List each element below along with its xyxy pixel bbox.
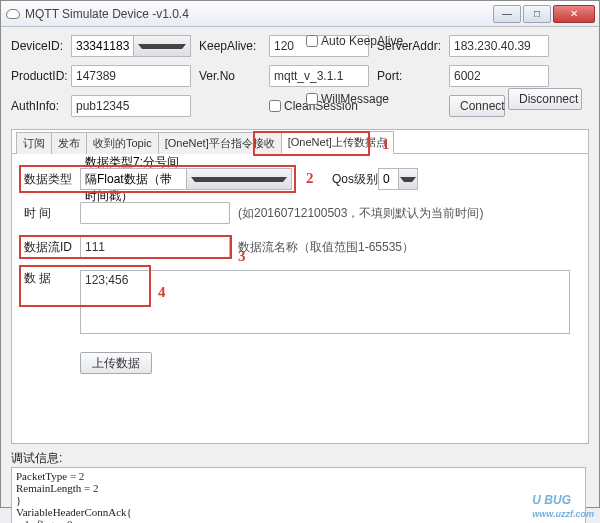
tabs-region: 订阅 发布 收到的Topic [OneNet]平台指令接收 [OneNet]上传… bbox=[11, 129, 589, 444]
willmessage-label: WillMessage bbox=[321, 92, 389, 106]
annotation-4: 4 bbox=[158, 284, 166, 301]
tab-subscribe[interactable]: 订阅 bbox=[16, 132, 52, 154]
autokeepalive-label: Auto KeepAlive bbox=[321, 34, 403, 48]
port-label: Port: bbox=[377, 69, 441, 83]
close-button[interactable]: ✕ bbox=[553, 5, 595, 23]
datatype-select[interactable]: 数据类型7:分号间隔Float数据（带时间戳） bbox=[80, 168, 292, 190]
streamid-hint: 数据流名称（取值范围1-65535） bbox=[238, 239, 414, 256]
time-hint: (如20160712100503，不填则默认为当前时间) bbox=[238, 205, 483, 222]
willmessage-checkbox[interactable]: WillMessage bbox=[306, 92, 389, 106]
upload-panel: 数据类型 数据类型7:分号间隔Float数据（带时间戳） Qos级别 0 时 间… bbox=[12, 154, 588, 400]
port-field[interactable] bbox=[449, 65, 549, 87]
annotation-3: 3 bbox=[238, 248, 246, 265]
datatype-label: 数据类型 bbox=[24, 171, 80, 188]
tab-onenet-recv[interactable]: [OneNet]平台指令接收 bbox=[158, 132, 282, 154]
chevron-down-icon[interactable] bbox=[133, 36, 190, 56]
deviceid-value: 33341183 bbox=[72, 39, 133, 53]
minimize-button[interactable]: — bbox=[493, 5, 521, 23]
verno-field[interactable] bbox=[269, 65, 369, 87]
productid-field[interactable] bbox=[71, 65, 191, 87]
autokeepalive-checkbox[interactable]: Auto KeepAlive bbox=[306, 34, 403, 48]
streamid-label: 数据流ID bbox=[24, 239, 80, 256]
data-field[interactable]: 123;456 bbox=[80, 270, 570, 334]
qos-select[interactable]: 0 bbox=[378, 168, 418, 190]
upload-button[interactable]: 上传数据 bbox=[80, 352, 152, 374]
annotation-1: 1 bbox=[382, 136, 390, 153]
annotation-2: 2 bbox=[306, 170, 314, 187]
chevron-down-icon[interactable] bbox=[186, 169, 292, 189]
connect-button[interactable]: Connect bbox=[449, 95, 505, 117]
authinfo-field[interactable] bbox=[71, 95, 191, 117]
tab-onenet-upload[interactable]: [OneNet]上传数据点 bbox=[281, 131, 394, 154]
keepalive-label: KeepAlive: bbox=[199, 39, 261, 53]
verno-label: Ver.No bbox=[199, 69, 261, 83]
watermark-sub: www.uzzf.com bbox=[532, 509, 594, 519]
authinfo-label: AuthInfo: bbox=[11, 99, 63, 113]
watermark-text: U BUG bbox=[532, 493, 571, 507]
deviceid-label: DeviceID: bbox=[11, 39, 63, 53]
debug-label: 调试信息: bbox=[11, 450, 589, 467]
maximize-button[interactable]: □ bbox=[523, 5, 551, 23]
qos-value: 0 bbox=[379, 172, 398, 186]
tab-received-topic[interactable]: 收到的Topic bbox=[86, 132, 159, 154]
watermark: U BUG www.uzzf.com bbox=[532, 488, 594, 519]
deviceid-field[interactable]: 33341183 bbox=[71, 35, 191, 57]
productid-label: ProductID: bbox=[11, 69, 63, 83]
app-icon bbox=[5, 6, 21, 22]
time-field[interactable] bbox=[80, 202, 230, 224]
datatype-value: 数据类型7:分号间隔Float数据（带时间戳） bbox=[81, 154, 186, 205]
time-label: 时 间 bbox=[24, 205, 80, 222]
app-window: MQTT Simulate Device -v1.0.4 — □ ✕ Devic… bbox=[0, 0, 600, 508]
tab-publish[interactable]: 发布 bbox=[51, 132, 87, 154]
data-label: 数 据 bbox=[24, 270, 80, 287]
disconnect-button[interactable]: Disconnect bbox=[508, 88, 582, 110]
serveraddr-field[interactable] bbox=[449, 35, 549, 57]
tabstrip: 订阅 发布 收到的Topic [OneNet]平台指令接收 [OneNet]上传… bbox=[12, 130, 588, 154]
titlebar: MQTT Simulate Device -v1.0.4 — □ ✕ bbox=[1, 1, 599, 27]
window-title: MQTT Simulate Device -v1.0.4 bbox=[25, 7, 493, 21]
streamid-field[interactable] bbox=[80, 236, 230, 258]
qos-label: Qos级别 bbox=[332, 171, 378, 188]
debug-area: 调试信息: PacketType = 2 RemainLength = 2 } … bbox=[11, 450, 589, 523]
chevron-down-icon[interactable] bbox=[398, 169, 418, 189]
debug-output[interactable]: PacketType = 2 RemainLength = 2 } Variab… bbox=[11, 467, 586, 523]
